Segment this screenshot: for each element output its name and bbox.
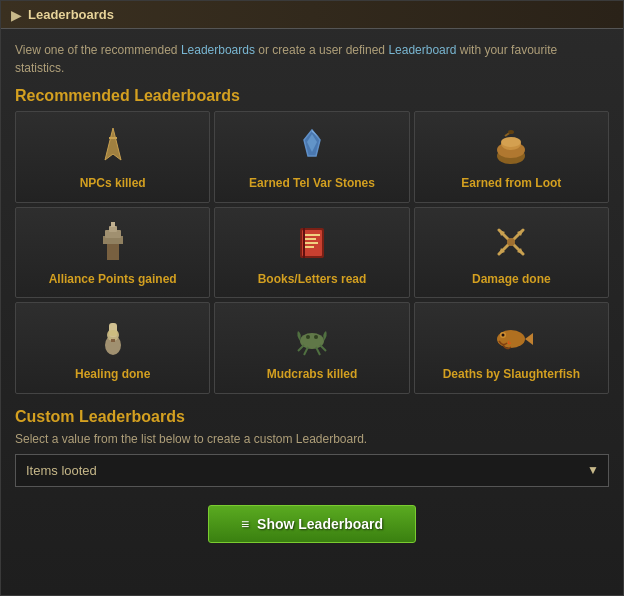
dropdown-wrapper: Items looted NPCs killed Quests complete… [15, 454, 609, 487]
mudcrabs-icon [288, 313, 336, 361]
svg-point-36 [306, 335, 310, 339]
grid-item-healing[interactable]: Healing done [15, 302, 210, 394]
svg-point-33 [108, 330, 118, 336]
loot-icon [487, 122, 535, 170]
svg-point-25 [507, 238, 515, 246]
slaughterfish-icon [487, 313, 535, 361]
svg-marker-43 [525, 333, 533, 345]
show-leaderboard-btn-label: Show Leaderboard [257, 516, 383, 532]
show-leaderboard-btn-icon: ≡ [241, 516, 249, 532]
svg-line-38 [298, 345, 304, 351]
leaderboards-window: ▶ Leaderboards View one of the recommend… [0, 0, 624, 596]
grid-item-books[interactable]: Books/Letters read [214, 207, 409, 299]
leaderboard-dropdown[interactable]: Items looted NPCs killed Quests complete… [15, 454, 609, 487]
grid-item-slaughterfish[interactable]: Deaths by Slaughterfish [414, 302, 609, 394]
healing-label: Healing done [75, 367, 150, 383]
svg-marker-0 [105, 128, 121, 160]
custom-section: Custom Leaderboards Select a value from … [15, 408, 609, 487]
button-row: ≡ Show Leaderboard [15, 505, 609, 543]
main-description: View one of the recommended Leaderboards… [15, 41, 609, 77]
grid-item-damage[interactable]: Damage done [414, 207, 609, 299]
svg-point-45 [502, 334, 505, 337]
leaderboard-title-icon: ▶ [11, 7, 22, 23]
loot-label: Earned from Loot [461, 176, 561, 192]
slaughterfish-label: Deaths by Slaughterfish [443, 367, 580, 383]
main-content: View one of the recommended Leaderboards… [1, 29, 623, 595]
svg-rect-18 [304, 234, 320, 236]
books-label: Books/Letters read [258, 272, 367, 288]
recommended-title: Recommended Leaderboards [15, 87, 609, 105]
alliance-label: Alliance Points gained [49, 272, 177, 288]
svg-rect-11 [107, 242, 119, 260]
tel-var-icon [288, 122, 336, 170]
npcs-killed-icon [89, 122, 137, 170]
npcs-killed-label: NPCs killed [80, 176, 146, 192]
tel-var-label: Earned Tel Var Stones [249, 176, 375, 192]
svg-rect-34 [111, 339, 115, 342]
svg-line-40 [316, 347, 320, 355]
mudcrabs-label: Mudcrabs killed [267, 367, 358, 383]
books-icon [288, 218, 336, 266]
grid-item-mudcrabs[interactable]: Mudcrabs killed [214, 302, 409, 394]
alliance-icon [89, 218, 137, 266]
svg-point-37 [314, 335, 318, 339]
damage-label: Damage done [472, 272, 551, 288]
svg-rect-15 [111, 222, 115, 227]
show-leaderboard-button[interactable]: ≡ Show Leaderboard [208, 505, 416, 543]
damage-icon [487, 218, 535, 266]
grid-item-alliance[interactable]: Alliance Points gained [15, 207, 210, 299]
svg-rect-20 [304, 242, 318, 244]
window-title: Leaderboards [28, 7, 114, 22]
grid-item-tel-var[interactable]: Earned Tel Var Stones [214, 111, 409, 203]
leaderboard-grid: NPCs killed Earned Tel Var Stones [15, 111, 609, 394]
custom-title: Custom Leaderboards [15, 408, 609, 426]
svg-point-8 [501, 137, 521, 147]
custom-description: Select a value from the list below to cr… [15, 432, 609, 446]
grid-item-loot[interactable]: Earned from Loot [414, 111, 609, 203]
grid-item-npcs-killed[interactable]: NPCs killed [15, 111, 210, 203]
svg-rect-19 [304, 238, 316, 240]
svg-rect-21 [304, 246, 314, 248]
healing-icon [89, 313, 137, 361]
svg-line-39 [304, 347, 308, 355]
title-bar: ▶ Leaderboards [1, 1, 623, 29]
recommended-section: Recommended Leaderboards NPCs killed [15, 87, 609, 394]
svg-point-10 [508, 130, 514, 134]
svg-line-41 [320, 345, 326, 351]
